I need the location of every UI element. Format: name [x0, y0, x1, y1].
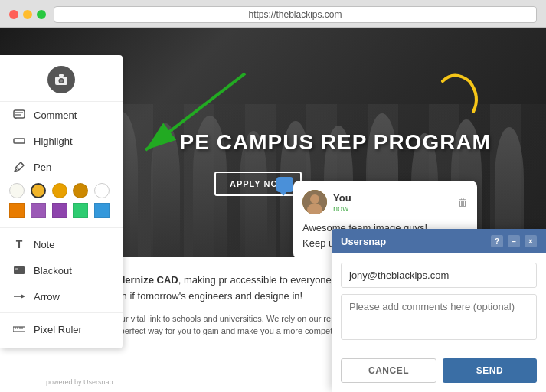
arrow-tool-icon — [12, 289, 26, 303]
note-tool-icon: T — [12, 237, 26, 251]
swatch-sq-green[interactable] — [73, 203, 88, 218]
color-swatches-row2 — [0, 203, 123, 224]
usersnap-body — [332, 253, 546, 352]
svg-point-3 — [310, 194, 319, 204]
page-content: PE CAMPUS REP PROGRAM APPLY NOW — [0, 28, 546, 392]
comment-delete-button[interactable]: 🗑 — [457, 196, 468, 208]
usersnap-help-button[interactable]: ? — [491, 235, 503, 247]
toolbar-item-comment[interactable]: Comment — [0, 102, 123, 128]
blackout-tool-icon — [12, 263, 26, 277]
traffic-lights — [9, 10, 46, 19]
toolbar-item-note[interactable]: T Note — [0, 231, 123, 257]
powered-by-label: powered by Usersnap — [46, 378, 113, 386]
comment-header: You now 🗑 — [302, 190, 468, 214]
swatch-sq-orange[interactable] — [9, 203, 25, 218]
traffic-light-yellow[interactable] — [23, 10, 32, 19]
swatch-orange[interactable] — [52, 183, 67, 198]
swatch-sq-blue[interactable] — [94, 203, 110, 218]
svg-rect-17 — [14, 266, 25, 274]
comment-tool-icon — [12, 108, 26, 122]
svg-rect-8 — [59, 74, 64, 77]
toolbar-header — [0, 61, 123, 102]
usersnap-header: Usersnap ? – × — [332, 229, 546, 253]
comment-username: You — [333, 192, 351, 204]
toolbar-item-pixel-ruler[interactable]: Pixel Ruler — [0, 316, 123, 342]
color-swatches-row1 — [0, 180, 123, 203]
usersnap-title: Usersnap — [341, 236, 386, 247]
svg-line-14 — [21, 162, 24, 165]
usersnap-close-button[interactable]: × — [525, 235, 537, 247]
svg-rect-13 — [14, 139, 25, 143]
cancel-button[interactable]: CANCEL — [341, 358, 436, 383]
svg-point-7 — [60, 80, 63, 83]
comment-textarea[interactable] — [341, 294, 537, 340]
swatch-dark-orange[interactable] — [73, 183, 88, 198]
usersnap-footer: CANCEL SEND — [332, 352, 546, 392]
hero-title-main: CAMPUS REP PROGRAM — [217, 130, 491, 154]
browser-chrome: https://theblackips.com — [0, 0, 546, 28]
toolbar-item-pen[interactable]: Pen — [0, 154, 123, 180]
swatch-sq-purple[interactable] — [31, 203, 46, 218]
comment-user-info: You now — [333, 192, 351, 213]
highlight-tool-label: Highlight — [34, 136, 73, 147]
swatch-yellow[interactable] — [31, 183, 46, 198]
arrow-tool-label: Arrow — [34, 291, 60, 302]
usersnap-minimize-button[interactable]: – — [508, 235, 520, 247]
blackout-tool-label: Blackout — [34, 265, 72, 276]
chat-indicator-icon[interactable] — [276, 177, 293, 192]
pixel-ruler-tool-label: Pixel Ruler — [34, 324, 82, 335]
swatch-sq-dark-purple[interactable] — [52, 203, 67, 218]
svg-rect-21 — [13, 327, 25, 332]
traffic-light-green[interactable] — [37, 10, 46, 19]
usersnap-controls: ? – × — [491, 235, 537, 247]
address-bar[interactable]: https://theblackips.com — [54, 6, 537, 23]
pen-tool-label: Pen — [34, 162, 51, 173]
svg-marker-20 — [21, 294, 25, 299]
send-button[interactable]: SEND — [443, 358, 537, 383]
toolbar-item-blackout[interactable]: Blackout — [0, 257, 123, 283]
comment-timestamp: now — [333, 204, 351, 213]
yellow-smiley — [431, 74, 485, 126]
hero-title-prefix: PE — [180, 130, 210, 154]
camera-icon[interactable] — [47, 66, 75, 93]
svg-rect-18 — [15, 268, 18, 270]
toolbar-divider-1 — [0, 227, 123, 228]
pen-tool-icon — [12, 160, 26, 174]
usersnap-panel: Usersnap ? – × CANCEL SEND — [332, 229, 546, 392]
svg-rect-9 — [14, 110, 25, 118]
traffic-light-red[interactable] — [9, 10, 18, 19]
toolbar-divider-2 — [0, 312, 123, 313]
swatch-white[interactable] — [9, 183, 25, 198]
url-text: https://theblackips.com — [248, 9, 342, 20]
hero-title: PE CAMPUS REP PROGRAM — [180, 130, 491, 155]
comment-avatar — [302, 190, 327, 214]
swatch-light[interactable] — [94, 183, 110, 198]
email-input[interactable] — [341, 263, 537, 288]
toolbar-item-arrow[interactable]: Arrow — [0, 283, 123, 309]
toolbar: Comment Highlight Pen — [0, 55, 123, 348]
note-tool-label: Note — [34, 239, 54, 250]
toolbar-item-highlight[interactable]: Highlight — [0, 128, 123, 154]
comment-tool-label: Comment — [34, 109, 77, 121]
highlight-tool-icon — [12, 134, 26, 148]
pixel-ruler-tool-icon — [12, 322, 26, 336]
